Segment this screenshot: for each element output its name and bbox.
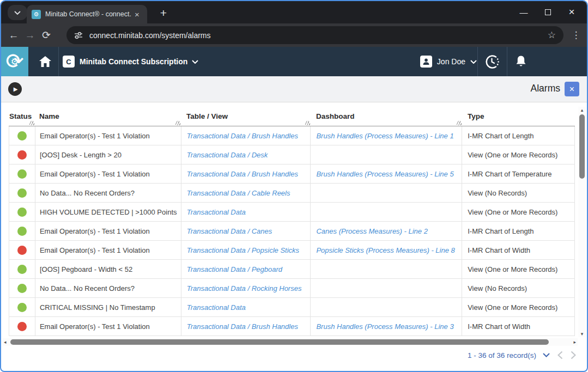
- browser-tab[interactable]: ⚙ Minitab Connect® - connect.mi ×: [27, 5, 147, 23]
- vertical-scroll-thumb[interactable]: [579, 114, 585, 179]
- table-row[interactable]: Email Operator(s) - Test 1 Violation Tra…: [9, 317, 575, 336]
- alarm-type: View (One or More Records): [468, 303, 557, 312]
- run-button[interactable]: ▶: [8, 82, 22, 96]
- scroll-left-icon[interactable]: ◂: [4, 339, 7, 345]
- status-cell: [9, 298, 35, 316]
- column-header-status[interactable]: Status: [9, 107, 35, 126]
- table-row[interactable]: Email Operator(s) - Test 1 Violation Tra…: [9, 126, 575, 145]
- column-resize-handle[interactable]: [29, 121, 34, 125]
- alarm-name: Email Operator(s) - Test 1 Violation: [40, 227, 150, 235]
- status-cell: [9, 222, 35, 240]
- browser-window: ⚙ Minitab Connect® - connect.mi × + — × …: [0, 0, 588, 372]
- table-row[interactable]: Email Operator(s) - Test 1 Violation Tra…: [9, 241, 575, 260]
- gear-icon: ⚙: [10, 56, 19, 68]
- browser-menu-icon[interactable]: ⋮: [569, 29, 583, 41]
- page-size-dropdown[interactable]: [543, 353, 550, 357]
- alarm-type: View (No Records): [468, 284, 527, 292]
- vertical-scrollbar[interactable]: ▴ ▾: [578, 107, 586, 337]
- maximize-button[interactable]: [536, 4, 560, 20]
- minitab-connect-logo-icon[interactable]: ⟳ ⚙: [1, 47, 28, 76]
- table-row[interactable]: No Data... No Recent Orders? Transaction…: [9, 279, 575, 298]
- dashboard-link[interactable]: Brush Handles (Process Measures) - Line …: [316, 170, 453, 178]
- table-view-link[interactable]: Transactional Data / Brush Handles: [187, 322, 298, 331]
- table-view-link[interactable]: Transactional Data: [187, 303, 246, 312]
- dashboard-link[interactable]: Brush Handles (Process Measures) - Line …: [316, 132, 453, 140]
- column-header-type[interactable]: Type: [462, 107, 575, 126]
- forward-button[interactable]: →: [22, 27, 38, 44]
- previous-page-button[interactable]: [557, 351, 563, 359]
- next-page-button[interactable]: [571, 351, 576, 359]
- column-resize-handle[interactable]: [457, 121, 462, 125]
- table-row[interactable]: Email Operator(s) - Test 1 Violation Tra…: [9, 164, 575, 184]
- table-view-link[interactable]: Transactional Data / Brush Handles: [187, 132, 298, 140]
- table-row[interactable]: [OOS] Desk - Length > 20 Transactional D…: [9, 145, 575, 164]
- table-row[interactable]: HIGH VOLUME DETECTED | >1000 Points Tran…: [9, 203, 575, 222]
- table-view-link[interactable]: Transactional Data / Pegboard: [187, 265, 282, 273]
- status-dot: [17, 322, 27, 331]
- table-body: Email Operator(s) - Test 1 Violation Tra…: [9, 126, 575, 336]
- panel-close-button[interactable]: ×: [565, 82, 579, 96]
- table-row[interactable]: No Data... No Recent Orders? Transaction…: [9, 184, 575, 203]
- column-resize-handle[interactable]: [175, 121, 180, 125]
- browser-toolbar: ← → ⟳ connect.minitab.com/system/alarms …: [1, 23, 587, 47]
- table-view-link[interactable]: Transactional Data / Brush Handles: [187, 170, 298, 178]
- dashboard-link[interactable]: Popsicle Sticks (Process Measures) - Lin…: [316, 246, 454, 254]
- tab-search-button[interactable]: [8, 5, 27, 20]
- table-view-link[interactable]: Transactional Data / Desk: [187, 151, 268, 159]
- scroll-up-icon[interactable]: ▴: [579, 107, 585, 113]
- table-row[interactable]: [OOS] Pegboard - Width < 52 Transactiona…: [9, 260, 575, 279]
- column-label: Dashboard: [316, 112, 355, 120]
- user-avatar: [420, 56, 432, 68]
- user-menu[interactable]: Jon Doe: [420, 47, 477, 76]
- chevron-down-icon: [192, 60, 198, 64]
- reload-button[interactable]: ⟳: [38, 27, 54, 44]
- subscription-selector[interactable]: C Minitab Connect Subscription: [63, 47, 198, 76]
- table-view-link[interactable]: Transactional Data: [187, 208, 246, 216]
- chevron-down-icon: [543, 353, 550, 357]
- address-bar[interactable]: connect.minitab.com/system/alarms ☆: [66, 26, 563, 44]
- status-dot: [17, 169, 27, 179]
- column-resize-handle[interactable]: [305, 121, 310, 125]
- maximize-icon: [545, 9, 551, 15]
- alarm-name: No Data... No Recent Orders?: [40, 189, 135, 197]
- table-view-link[interactable]: Transactional Data / Popsicle Sticks: [187, 246, 299, 254]
- horizontal-scrollbar[interactable]: ◂ ▸: [2, 338, 578, 346]
- url-text[interactable]: connect.minitab.com/system/alarms: [89, 31, 548, 40]
- notifications-button[interactable]: [507, 47, 535, 76]
- home-button[interactable]: [33, 47, 58, 76]
- minimize-button[interactable]: —: [512, 4, 536, 20]
- window-controls: — ×: [512, 3, 584, 21]
- status-cell: [9, 241, 35, 259]
- table-view-link[interactable]: Transactional Data / Cable Reels: [187, 189, 290, 197]
- dashboard-link[interactable]: Brush Handles (Process Measures) - Line …: [316, 322, 453, 331]
- column-header-dashboard[interactable]: Dashboard: [311, 107, 462, 126]
- alarm-name: Email Operator(s) - Test 1 Violation: [40, 170, 150, 178]
- column-header-table-view[interactable]: Table / View: [181, 107, 311, 126]
- app-header: ⟳ ⚙ C Minitab Connect Subscription Jon D…: [1, 47, 587, 76]
- back-button[interactable]: ←: [5, 27, 22, 44]
- column-label: Table / View: [186, 112, 228, 120]
- tab-close-icon[interactable]: ×: [135, 10, 140, 19]
- column-label: Name: [39, 112, 59, 120]
- scroll-right-icon[interactable]: ▸: [573, 339, 576, 345]
- alarm-name: Email Operator(s) - Test 1 Violation: [40, 322, 150, 331]
- pagination-bar: 1 - 36 of 36 record(s): [1, 346, 587, 364]
- status-cell: [9, 260, 35, 278]
- minitab-favicon-icon: ⚙: [32, 10, 41, 19]
- bookmark-star-icon[interactable]: ☆: [548, 29, 556, 41]
- table-row[interactable]: CRITICAL MISSING | No Timestamp Transact…: [9, 298, 575, 317]
- scroll-down-icon[interactable]: ▾: [579, 331, 585, 337]
- activity-history-button[interactable]: [478, 47, 505, 76]
- new-tab-button[interactable]: +: [156, 5, 171, 21]
- tab-strip: ⚙ Minitab Connect® - connect.mi × + — ×: [1, 1, 587, 23]
- table-row[interactable]: Email Operator(s) - Test 1 Violation Tra…: [9, 222, 575, 241]
- dashboard-link[interactable]: Canes (Process Measures) - Line 2: [316, 227, 427, 235]
- horizontal-scroll-thumb[interactable]: [10, 339, 549, 345]
- window-close-button[interactable]: ×: [560, 4, 584, 20]
- alarm-name: HIGH VOLUME DETECTED | >1000 Points: [40, 208, 177, 216]
- column-header-name[interactable]: Name: [35, 107, 181, 126]
- table-view-link[interactable]: Transactional Data / Rocking Horses: [187, 284, 302, 292]
- table-view-link[interactable]: Transactional Data / Canes: [187, 227, 272, 235]
- site-settings-icon[interactable]: [74, 32, 83, 39]
- status-cell: [9, 126, 35, 145]
